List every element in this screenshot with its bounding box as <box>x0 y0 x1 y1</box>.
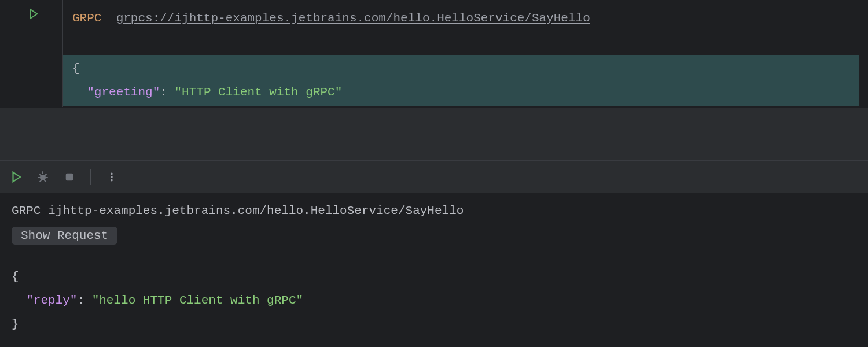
request-url[interactable]: grpcs://ijhttp-examples.jetbrains.com/he… <box>116 12 590 25</box>
editor-content[interactable]: GRPC grpcs://ijhttp-examples.jetbrains.c… <box>62 0 868 107</box>
request-line: GRPC grpcs://ijhttp-examples.jetbrains.c… <box>72 7 859 31</box>
json-open-brace: { <box>72 62 80 75</box>
json-key: "reply" <box>26 294 77 307</box>
stop-icon[interactable] <box>62 170 76 184</box>
toolbar-separator <box>90 169 91 185</box>
more-icon[interactable] <box>105 170 119 184</box>
json-key: "greeting" <box>87 86 160 99</box>
run-request-icon[interactable] <box>28 8 39 20</box>
request-body: { "greeting": "HTTP Client with gRPC" <box>63 55 859 106</box>
json-colon: : <box>77 294 84 307</box>
editor-gutter <box>0 0 62 107</box>
json-open-brace: { <box>12 270 19 283</box>
debug-icon[interactable] <box>36 170 50 184</box>
json-close-brace: } <box>12 318 19 331</box>
json-value: "HTTP Client with gRPC" <box>174 86 342 99</box>
run-toolbar <box>0 160 868 193</box>
run-icon[interactable] <box>9 170 23 184</box>
output-target: ijhttp-examples.jetbrains.com/hello.Hell… <box>48 204 464 217</box>
editor-pane: GRPC grpcs://ijhttp-examples.jetbrains.c… <box>0 0 868 107</box>
json-value: "hello HTTP Client with gRPC" <box>92 294 303 307</box>
svg-point-4 <box>111 179 113 181</box>
response-body: { "reply": "hello HTTP Client with gRPC"… <box>12 265 856 337</box>
svg-rect-1 <box>66 173 73 180</box>
svg-point-2 <box>111 172 113 175</box>
method-keyword: GRPC <box>72 12 101 25</box>
svg-point-3 <box>111 176 113 178</box>
output-method: GRPC <box>12 204 41 217</box>
json-colon: : <box>160 86 167 99</box>
output-pane: GRPC ijhttp-examples.jetbrains.com/hello… <box>0 193 868 344</box>
panel-gap <box>0 107 868 160</box>
output-header: GRPC ijhttp-examples.jetbrains.com/hello… <box>12 200 856 223</box>
show-request-button[interactable]: Show Request <box>12 227 117 245</box>
